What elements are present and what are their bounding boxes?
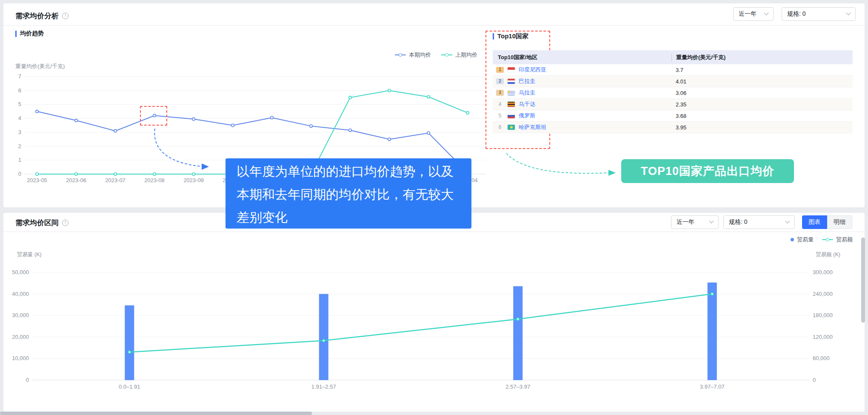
rank-number: 6 — [496, 124, 504, 130]
view-toggle: 图表 明细 — [802, 215, 852, 229]
green-annotation-note: TOP10国家产品出口均价 — [621, 159, 794, 183]
legend-item-trade-volume[interactable]: 贸易量 — [791, 236, 814, 243]
table-cell-value: 3.06 — [671, 90, 853, 96]
horizontal-scrollbar-thumb[interactable] — [0, 412, 312, 415]
section2-spec-select[interactable]: 规格: 0 — [723, 215, 795, 229]
column-header-avg-price: 重量均价(美元/千克) — [671, 54, 853, 61]
svg-text:1.91–2.57: 1.91–2.57 — [311, 384, 336, 390]
svg-text:240,000: 240,000 — [813, 291, 833, 297]
section1-title: 需求均价分析 — [15, 11, 59, 21]
svg-text:2.57–3.97: 2.57–3.97 — [505, 384, 530, 390]
svg-text:2023-08: 2023-08 — [144, 177, 165, 183]
svg-text:120,000: 120,000 — [813, 334, 833, 340]
section2-period-select[interactable]: 近一年 — [671, 215, 719, 229]
dashboard-page: 需求均价分析 ! 近一年 规格: 0 均价趋势 本期均价 上期均价 — [0, 0, 868, 415]
svg-text:2023-07: 2023-07 — [105, 177, 126, 183]
period-select-value: 近一年 — [739, 10, 757, 18]
flag-russia-icon — [508, 113, 515, 118]
legend-item-current-period[interactable]: 本期均价 — [395, 51, 431, 59]
svg-text:2023-05: 2023-05 — [27, 177, 47, 183]
info-icon[interactable]: ! — [62, 220, 69, 226]
svg-text:0.0–1.91: 0.0–1.91 — [119, 384, 140, 390]
section2-title: 需求均价区间 — [15, 218, 59, 228]
svg-text:10,000: 10,000 — [12, 355, 29, 361]
legend-item-trade-value[interactable]: 贸易额 — [822, 236, 853, 243]
teal-arrowhead-icon — [608, 170, 616, 176]
country-link[interactable]: 俄罗斯 — [519, 112, 535, 120]
price-range-bar-chart: 0010,00060,00020,000120,00030,000180,000… — [3, 213, 865, 412]
svg-text:2: 2 — [18, 143, 21, 149]
section1-title-row: 需求均价分析 ! — [15, 11, 69, 21]
chevron-down-icon — [764, 11, 768, 15]
svg-text:0: 0 — [18, 171, 21, 177]
legend-label: 贸易额 — [836, 236, 853, 243]
rank-badge: 1 — [496, 67, 504, 73]
top10-title-row: Top10国家 — [493, 32, 528, 40]
spec-select-value: 规格: 0 — [729, 218, 748, 226]
period-select-value: 近一年 — [677, 218, 694, 226]
rank-badge: 2 — [496, 78, 504, 84]
table-row: 4 乌干达 2.35 — [493, 99, 853, 110]
table-row: 3 乌拉圭 3.06 — [493, 87, 853, 99]
chart-view-button[interactable]: 图表 — [802, 215, 827, 229]
spec-select-value: 规格: 0 — [787, 10, 806, 18]
country-link[interactable]: 乌拉圭 — [519, 89, 535, 97]
flag-indonesia-icon — [508, 67, 515, 72]
left-axis-label: 贸易量 (K) — [17, 251, 42, 258]
flag-uruguay-icon — [508, 90, 515, 95]
detail-view-button[interactable]: 明细 — [827, 215, 852, 229]
country-link[interactable]: 乌干达 — [519, 100, 535, 108]
chart2-legend: 贸易量 贸易额 — [791, 236, 853, 243]
chart1-legend: 本期均价 上期均价 — [395, 51, 477, 59]
line-marker-icon — [395, 54, 406, 55]
section2-title-row: 需求均价区间 ! — [15, 218, 69, 228]
rank-badge: 3 — [496, 90, 504, 96]
svg-text:50,000: 50,000 — [12, 269, 29, 275]
svg-text:180,000: 180,000 — [813, 312, 833, 318]
line-marker-icon — [822, 239, 833, 240]
blue-annotation-arrow — [154, 129, 202, 166]
chevron-down-icon — [846, 11, 851, 15]
table-row: 6 哈萨克斯坦 3.95 — [493, 122, 853, 133]
right-axis-label: 贸易额 (K) — [816, 251, 840, 258]
country-link[interactable]: 印度尼西亚 — [519, 66, 546, 74]
table-cell-value: 4.01 — [671, 78, 853, 85]
line-marker-icon — [441, 54, 452, 55]
chevron-down-icon — [709, 219, 714, 223]
svg-text:5: 5 — [18, 101, 21, 107]
country-link[interactable]: 哈萨克斯坦 — [519, 123, 546, 131]
svg-text:7: 7 — [18, 73, 21, 80]
teal-annotation-arrow — [506, 153, 608, 173]
vertical-scrollbar-thumb[interactable] — [861, 238, 865, 323]
info-icon[interactable]: ! — [62, 13, 69, 19]
demand-price-range-card: 需求均价区间 ! 近一年 规格: 0 图表 明细 贸易量 贸易额 贸易量 ( — [3, 213, 865, 412]
title-accent-bar — [15, 31, 17, 37]
table-cell-value: 2.35 — [671, 101, 853, 108]
svg-text:重量均价(美元/千克): 重量均价(美元/千克) — [15, 63, 65, 69]
flag-paraguay-icon — [508, 79, 515, 84]
country-link[interactable]: 巴拉圭 — [519, 77, 535, 85]
legend-label: 本期均价 — [409, 51, 431, 59]
svg-text:4: 4 — [18, 115, 21, 121]
flag-kazakhstan-icon — [508, 125, 515, 130]
dot-marker-icon — [791, 238, 794, 241]
top10-table: Top10国家/地区 重量均价(美元/千克) 1 印度尼西亚 3.7 2 巴拉圭… — [493, 50, 853, 133]
table-cell-value: 3.7 — [671, 67, 853, 73]
svg-text:2023-09: 2023-09 — [183, 177, 204, 183]
blue-arrowhead-icon — [202, 163, 209, 170]
top10-title: Top10国家 — [497, 32, 528, 40]
svg-text:3: 3 — [18, 129, 21, 135]
table-row: 5 俄罗斯 3.68 — [493, 110, 853, 122]
chevron-down-icon — [785, 219, 790, 223]
legend-label: 上期均价 — [455, 51, 477, 59]
svg-text:0: 0 — [813, 377, 816, 383]
trend-subtitle: 均价趋势 — [20, 30, 44, 37]
svg-text:2023-06: 2023-06 — [66, 177, 86, 183]
divider — [3, 232, 865, 232]
section1-spec-select[interactable]: 规格: 0 — [782, 7, 856, 21]
rank-number: 4 — [496, 101, 504, 107]
legend-item-previous-period[interactable]: 上期均价 — [441, 51, 477, 59]
section1-period-select[interactable]: 近一年 — [733, 7, 774, 21]
svg-text:0: 0 — [26, 377, 29, 383]
highlight-box-2023-08 — [140, 106, 167, 126]
